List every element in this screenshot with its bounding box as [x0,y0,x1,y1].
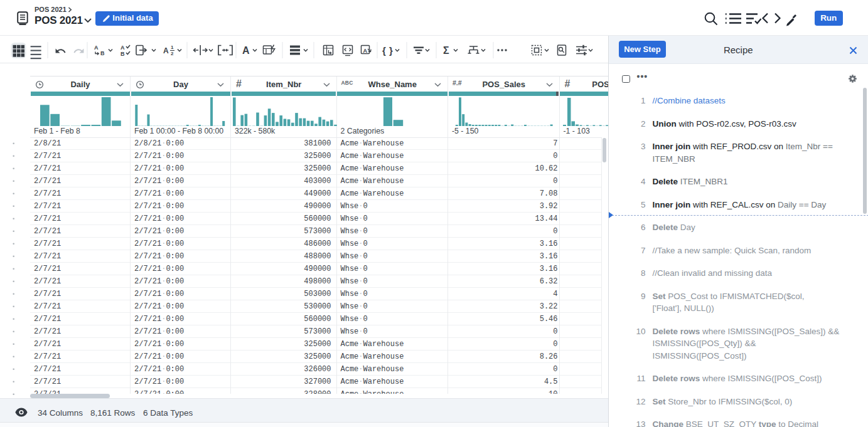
svg-text:{: { [382,45,386,56]
svg-text:2: 2 [171,51,174,56]
svg-text:A: A [363,48,368,54]
svg-text:A: A [242,45,250,56]
svg-text:}: } [389,45,393,56]
svg-text:B: B [100,50,105,56]
svg-text:B: B [121,51,125,57]
svg-text:A: A [94,45,99,51]
svg-text:A: A [163,46,169,55]
svg-text:1: 1 [171,45,174,50]
svg-text:A: A [121,45,125,51]
svg-text:Σ: Σ [443,45,449,56]
